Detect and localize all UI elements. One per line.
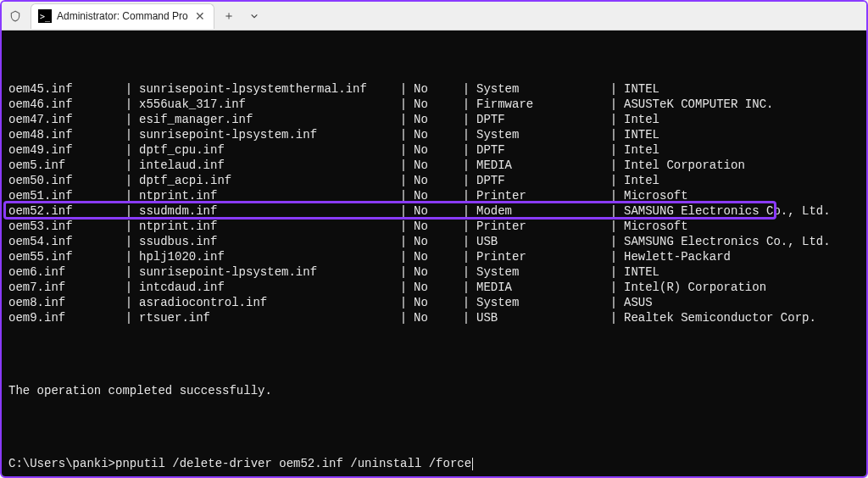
terminal-window: >_ Administrator: Command Pro ✕ ＋ oem45.… xyxy=(0,0,868,478)
tab-bar: >_ Administrator: Command Pro ✕ ＋ xyxy=(2,2,866,31)
table-row: oem9.inf|rtsuer.inf|No|USB|Realtek Semic… xyxy=(8,310,860,325)
close-icon[interactable]: ✕ xyxy=(193,9,207,23)
table-row: oem47.inf|esif_manager.inf|No|DPTF|Intel xyxy=(8,112,860,127)
table-row: oem5.inf|intelaud.inf|No|MEDIA|Intel Cor… xyxy=(8,158,860,173)
table-row: oem49.inf|dptf_cpu.inf|No|DPTF|Intel xyxy=(8,142,860,158)
tab-active[interactable]: >_ Administrator: Command Pro ✕ xyxy=(31,3,214,29)
terminal-output[interactable]: oem45.inf|sunrisepoint-lpsystemthermal.i… xyxy=(2,31,866,476)
tab-title: Administrator: Command Pro xyxy=(57,10,188,22)
text-cursor xyxy=(472,458,473,470)
table-row: oem53.inf|ntprint.inf|No|Printer|Microso… xyxy=(8,219,860,234)
table-row: oem8.inf|asradiocontrol.inf|No|System|AS… xyxy=(8,295,860,310)
tab-menu-button[interactable] xyxy=(243,5,265,27)
table-row: oem46.inf|x556uak_317.inf|No|Firmware|AS… xyxy=(8,97,860,112)
prompt-line[interactable]: C:\Users\panki>pnputil /delete-driver oe… xyxy=(8,456,860,471)
shield-icon xyxy=(8,9,22,23)
table-row: oem6.inf|sunrisepoint-lpsystem.inf|No|Sy… xyxy=(8,264,860,280)
table-row: oem50.inf|dptf_acpi.inf|No|DPTF|Intel xyxy=(8,173,860,188)
table-row: oem52.inf|ssudmdm.inf|No|Modem|SAMSUNG E… xyxy=(8,203,860,219)
table-row: oem7.inf|intcdaud.inf|No|MEDIA|Intel(R) … xyxy=(8,280,860,295)
prompt-path: C:\Users\panki> xyxy=(8,457,115,470)
table-row: oem54.inf|ssudbus.inf|No|USB|SAMSUNG Ele… xyxy=(8,234,860,249)
table-row: oem45.inf|sunrisepoint-lpsystemthermal.i… xyxy=(8,81,860,97)
new-tab-button[interactable]: ＋ xyxy=(218,5,240,27)
status-line: The operation completed successfully. xyxy=(8,383,860,398)
table-row: oem55.inf|hplj1020.inf|No|Printer|Hewlet… xyxy=(8,249,860,264)
table-row: oem48.inf|sunrisepoint-lpsystem.inf|No|S… xyxy=(8,127,860,142)
table-row: oem51.inf|ntprint.inf|No|Printer|Microso… xyxy=(8,188,860,203)
cmd-icon: >_ xyxy=(38,9,52,23)
prompt-command: pnputil /delete-driver oem52.inf /uninst… xyxy=(115,457,471,470)
